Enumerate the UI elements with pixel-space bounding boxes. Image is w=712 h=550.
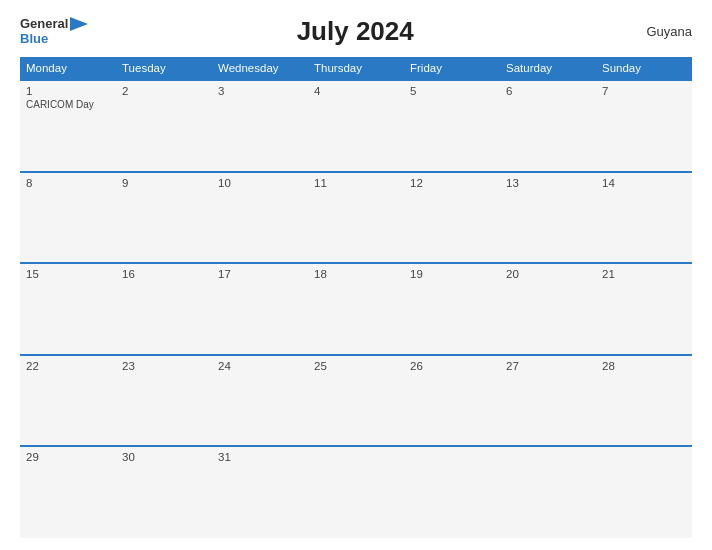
logo-blue-text: Blue: [20, 32, 48, 46]
day-number: 16: [122, 268, 206, 280]
calendar-cell: 25: [308, 355, 404, 447]
calendar-cell: 29: [20, 446, 116, 538]
calendar-cell: 26: [404, 355, 500, 447]
weekday-header-tuesday: Tuesday: [116, 57, 212, 80]
calendar-cell: 31: [212, 446, 308, 538]
calendar-cell: 1CARICOM Day: [20, 80, 116, 172]
day-number: 17: [218, 268, 302, 280]
day-number: 21: [602, 268, 686, 280]
country-name: Guyana: [622, 24, 692, 39]
calendar-cell: 3: [212, 80, 308, 172]
calendar-cell: 15: [20, 263, 116, 355]
calendar-cell: 28: [596, 355, 692, 447]
header: General Blue July 2024 Guyana: [20, 16, 692, 47]
week-row-2: 891011121314: [20, 172, 692, 264]
calendar-cell: [500, 446, 596, 538]
calendar-cell: 5: [404, 80, 500, 172]
calendar-cell: 30: [116, 446, 212, 538]
logo-general-text: General: [20, 17, 68, 31]
week-row-1: 1CARICOM Day234567: [20, 80, 692, 172]
calendar-cell: [308, 446, 404, 538]
calendar-cell: 8: [20, 172, 116, 264]
day-number: 24: [218, 360, 302, 372]
day-number: 9: [122, 177, 206, 189]
calendar-cell: 9: [116, 172, 212, 264]
day-number: 12: [410, 177, 494, 189]
day-number: 1: [26, 85, 110, 97]
day-number: 25: [314, 360, 398, 372]
calendar-cell: 23: [116, 355, 212, 447]
week-row-3: 15161718192021: [20, 263, 692, 355]
day-number: 19: [410, 268, 494, 280]
day-number: 13: [506, 177, 590, 189]
day-number: 30: [122, 451, 206, 463]
calendar-cell: 21: [596, 263, 692, 355]
day-number: 4: [314, 85, 398, 97]
calendar-cell: 12: [404, 172, 500, 264]
day-number: 27: [506, 360, 590, 372]
weekday-header-row: MondayTuesdayWednesdayThursdayFridaySatu…: [20, 57, 692, 80]
calendar-cell: 24: [212, 355, 308, 447]
calendar-cell: 27: [500, 355, 596, 447]
day-number: 5: [410, 85, 494, 97]
calendar-cell: 7: [596, 80, 692, 172]
calendar-cell: 18: [308, 263, 404, 355]
logo: General Blue: [20, 17, 88, 46]
day-number: 20: [506, 268, 590, 280]
calendar-title: July 2024: [88, 16, 622, 47]
day-event: CARICOM Day: [26, 99, 110, 110]
logo-flag-icon: [70, 17, 88, 31]
day-number: 11: [314, 177, 398, 189]
svg-marker-0: [70, 17, 88, 31]
day-number: 31: [218, 451, 302, 463]
day-number: 26: [410, 360, 494, 372]
weekday-header-saturday: Saturday: [500, 57, 596, 80]
day-number: 10: [218, 177, 302, 189]
calendar-cell: 17: [212, 263, 308, 355]
calendar-cell: 13: [500, 172, 596, 264]
week-row-5: 293031: [20, 446, 692, 538]
weekday-header-thursday: Thursday: [308, 57, 404, 80]
calendar-cell: [404, 446, 500, 538]
calendar-cell: 2: [116, 80, 212, 172]
day-number: 23: [122, 360, 206, 372]
day-number: 8: [26, 177, 110, 189]
day-number: 3: [218, 85, 302, 97]
day-number: 22: [26, 360, 110, 372]
weekday-header-monday: Monday: [20, 57, 116, 80]
week-row-4: 22232425262728: [20, 355, 692, 447]
day-number: 6: [506, 85, 590, 97]
weekday-header-friday: Friday: [404, 57, 500, 80]
day-number: 29: [26, 451, 110, 463]
day-number: 28: [602, 360, 686, 372]
day-number: 15: [26, 268, 110, 280]
weekday-header-wednesday: Wednesday: [212, 57, 308, 80]
day-number: 7: [602, 85, 686, 97]
calendar-cell: 6: [500, 80, 596, 172]
day-number: 14: [602, 177, 686, 189]
calendar-cell: [596, 446, 692, 538]
calendar-cell: 11: [308, 172, 404, 264]
calendar-table: MondayTuesdayWednesdayThursdayFridaySatu…: [20, 57, 692, 538]
calendar-page: General Blue July 2024 Guyana MondayTues…: [0, 0, 712, 550]
day-number: 2: [122, 85, 206, 97]
day-number: 18: [314, 268, 398, 280]
calendar-cell: 19: [404, 263, 500, 355]
calendar-cell: 16: [116, 263, 212, 355]
calendar-cell: 22: [20, 355, 116, 447]
calendar-cell: 10: [212, 172, 308, 264]
calendar-cell: 14: [596, 172, 692, 264]
weekday-header-sunday: Sunday: [596, 57, 692, 80]
calendar-cell: 20: [500, 263, 596, 355]
calendar-cell: 4: [308, 80, 404, 172]
